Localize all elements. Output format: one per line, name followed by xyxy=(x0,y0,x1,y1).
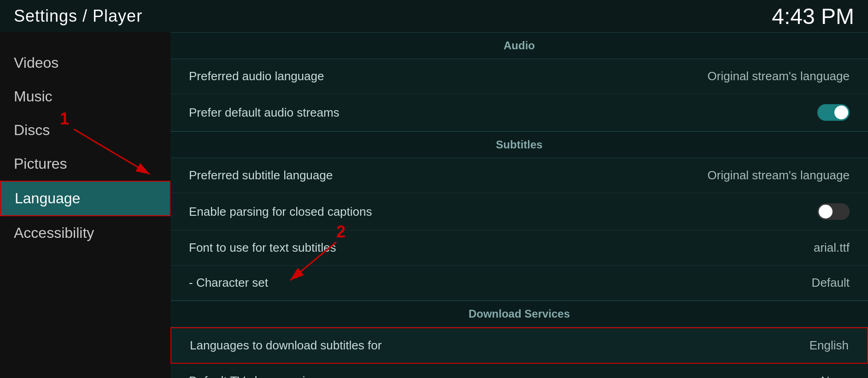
header: Settings / Player 4:43 PM xyxy=(0,0,868,32)
page-title: Settings / Player xyxy=(14,6,142,26)
character-set-label: - Character set xyxy=(189,276,268,290)
font-text-subtitles-label: Font to use for text subtitles xyxy=(189,241,336,255)
sidebar-item-discs[interactable]: Discs xyxy=(0,113,170,147)
character-set-value: Default xyxy=(812,276,850,290)
prefer-default-audio-streams-label: Prefer default audio streams xyxy=(189,106,340,120)
enable-parsing-closed-captions-row[interactable]: Enable parsing for closed captions xyxy=(170,193,868,230)
subtitles-section-header: Subtitles xyxy=(170,131,868,158)
toggle-knob xyxy=(834,106,848,119)
clock: 4:43 PM xyxy=(772,4,854,29)
default-tv-show-service-label: Default TV show service xyxy=(189,374,318,378)
toggle-knob-2 xyxy=(819,205,833,219)
character-set-row[interactable]: - Character set Default xyxy=(170,266,868,301)
languages-download-subtitles-row[interactable]: Languages to download subtitles for Engl… xyxy=(170,327,868,364)
preferred-subtitle-language-label: Preferred subtitle language xyxy=(189,168,333,183)
font-text-subtitles-row[interactable]: Font to use for text subtitles arial.ttf xyxy=(170,230,868,266)
prefer-default-audio-streams-row[interactable]: Prefer default audio streams xyxy=(170,94,868,131)
enable-parsing-closed-captions-label: Enable parsing for closed captions xyxy=(189,205,372,219)
default-tv-show-service-row[interactable]: Default TV show service None xyxy=(170,364,868,378)
main-content: Audio Preferred audio language Original … xyxy=(170,32,868,378)
enable-parsing-closed-captions-toggle[interactable] xyxy=(817,203,850,220)
languages-download-subtitles-value: English xyxy=(809,338,849,353)
preferred-audio-language-row[interactable]: Preferred audio language Original stream… xyxy=(170,59,868,94)
languages-download-subtitles-label: Languages to download subtitles for xyxy=(190,338,381,353)
sidebar-item-videos[interactable]: Videos xyxy=(0,46,170,80)
font-text-subtitles-value: arial.ttf xyxy=(814,241,850,255)
sidebar-item-accessibility[interactable]: Accessibility xyxy=(0,216,170,250)
preferred-subtitle-language-row[interactable]: Preferred subtitle language Original str… xyxy=(170,158,868,193)
sidebar-item-language[interactable]: Language xyxy=(0,181,170,216)
sidebar-item-pictures[interactable]: Pictures xyxy=(0,147,170,181)
download-services-section-header: Download Services xyxy=(170,301,868,327)
sidebar-item-music[interactable]: Music xyxy=(0,80,170,113)
preferred-subtitle-language-value: Original stream's language xyxy=(708,168,850,183)
preferred-audio-language-label: Preferred audio language xyxy=(189,69,324,83)
audio-section-header: Audio xyxy=(170,32,868,59)
default-tv-show-service-value: None xyxy=(821,374,850,378)
sidebar: Videos Music Discs Pictures Language Acc… xyxy=(0,32,170,378)
preferred-audio-language-value: Original stream's language xyxy=(708,69,850,83)
prefer-default-audio-streams-toggle[interactable] xyxy=(817,104,850,121)
